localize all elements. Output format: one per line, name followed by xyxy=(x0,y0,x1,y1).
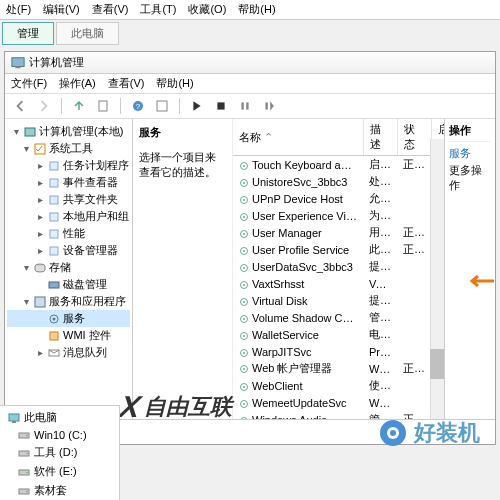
svg-point-46 xyxy=(243,335,245,337)
table-row[interactable]: WalletService电子...手动本 xyxy=(233,326,444,343)
menu-item[interactable]: 处(F) xyxy=(6,2,31,17)
svg-point-40 xyxy=(243,284,245,286)
col-name[interactable]: 名称 ⌃ xyxy=(233,119,363,156)
svg-rect-85 xyxy=(26,491,28,492)
col-desc[interactable]: 描述 xyxy=(363,119,397,156)
svg-point-22 xyxy=(53,317,56,320)
mmc-menubar: 文件(F) 操作(A) 查看(V) 帮助(H) xyxy=(5,74,495,94)
table-row[interactable]: VaxtSrhsstVaxt...手动本 xyxy=(233,275,444,292)
actions-header: 操作 xyxy=(449,123,491,142)
tree-diskmgmt[interactable]: 磁盘管理 xyxy=(7,276,130,293)
tree-systools[interactable]: ▾系统工具 xyxy=(7,140,130,157)
restart-button[interactable] xyxy=(260,97,278,115)
table-row[interactable]: UserDataSvc_3bbc3提供...禁用本 xyxy=(233,258,444,275)
col-status[interactable]: 状态 xyxy=(397,119,431,156)
tree-wmi[interactable]: WMI 控件 xyxy=(7,327,130,344)
table-row[interactable]: WarpJITSvcProv...手动(触发...本 xyxy=(233,343,444,360)
tree-item[interactable]: ▸性能 xyxy=(7,225,130,242)
svg-rect-81 xyxy=(26,453,28,454)
mmc-window: 计算机管理 文件(F) 操作(A) 查看(V) 帮助(H) ? ▾计算机管理(本… xyxy=(4,51,496,445)
drive-item[interactable]: 工具 (D:) xyxy=(0,443,119,462)
svg-rect-19 xyxy=(49,282,59,288)
svg-rect-16 xyxy=(50,230,58,238)
tree-root[interactable]: ▾计算机管理(本地) xyxy=(7,123,130,140)
table-row[interactable]: Volume Shadow Copy管理...手动本 xyxy=(233,309,444,326)
tree-services-apps[interactable]: ▾服务和应用程序 xyxy=(7,293,130,310)
tab-manage[interactable]: 管理 xyxy=(2,22,54,45)
menu-item[interactable]: 帮助(H) xyxy=(238,2,275,17)
table-row[interactable]: User Experience Virtualiz...为应...禁用本 xyxy=(233,207,444,224)
tab-thispc[interactable]: 此电脑 xyxy=(56,22,119,45)
forward-button[interactable] xyxy=(35,97,53,115)
service-list[interactable]: 名称 ⌃ 描述 状态 启动类型 登 Touch Keyboard and Ha.… xyxy=(233,119,444,419)
table-row[interactable]: User Profile Service此服...正在...自动本 xyxy=(233,241,444,258)
table-row[interactable]: WebClient使基...手动(触发...本 xyxy=(233,377,444,394)
tree-item[interactable]: ▸任务计划程序 xyxy=(7,157,130,174)
svg-rect-14 xyxy=(50,196,58,204)
app-menubar: 处(F) 编辑(V) 查看(V) 工具(T) 收藏(O) 帮助(H) xyxy=(0,0,500,20)
back-button[interactable] xyxy=(11,97,29,115)
svg-rect-10 xyxy=(25,128,35,136)
tree-item[interactable]: ▸本地用户和组 xyxy=(7,208,130,225)
tree-pane[interactable]: ▾计算机管理(本地) ▾系统工具 ▸任务计划程序▸事件查看器▸共享文件夹▸本地用… xyxy=(5,119,133,419)
menu-item[interactable]: 操作(A) xyxy=(59,76,96,91)
instruction-text: 选择一个项目来查看它的描述。 xyxy=(139,150,226,180)
svg-rect-0 xyxy=(12,57,24,66)
table-row[interactable]: UPnP Device Host允许...禁用本 xyxy=(233,190,444,207)
svg-rect-13 xyxy=(50,179,58,187)
titlebar: 计算机管理 xyxy=(5,52,495,74)
services-header: 服务 xyxy=(139,125,226,140)
svg-point-34 xyxy=(243,233,245,235)
table-row[interactable]: Virtual Disk提供...手动本 xyxy=(233,292,444,309)
drive-item[interactable]: 软件 (E:) xyxy=(0,462,119,481)
pause-button[interactable] xyxy=(236,97,254,115)
tree-msgqueue[interactable]: ▸消息队列 xyxy=(7,344,130,361)
drive-item[interactable]: 素材套 xyxy=(0,481,119,500)
tree-item[interactable]: ▸事件查看器 xyxy=(7,174,130,191)
tree-item[interactable]: ▸共享文件夹 xyxy=(7,191,130,208)
table-row[interactable]: WemeetUpdateSvcWe...手动本 xyxy=(233,394,444,411)
up-button[interactable] xyxy=(70,97,88,115)
center-pane: 服务 选择一个项目来查看它的描述。 名称 ⌃ 描述 状态 启动类型 登 Touc… xyxy=(133,119,445,419)
svg-point-26 xyxy=(243,165,245,167)
more-actions[interactable]: 更多操作 xyxy=(449,163,491,193)
svg-rect-12 xyxy=(50,162,58,170)
menu-item[interactable]: 查看(V) xyxy=(92,2,129,17)
table-row[interactable]: Windows Audio管理...正在...自动本 xyxy=(233,411,444,419)
svg-rect-1 xyxy=(15,66,20,68)
svg-rect-79 xyxy=(26,435,28,436)
mmc-icon xyxy=(11,56,25,70)
table-row[interactable]: Touch Keyboard and Ha...启用...正在...手动(触发.… xyxy=(233,156,444,174)
table-row[interactable]: UnistoreSvc_3bbc3处理...手动本 xyxy=(233,173,444,190)
menu-item[interactable]: 工具(T) xyxy=(140,2,176,17)
table-row[interactable]: User Manager用户...正在...自动(触发...本 xyxy=(233,224,444,241)
svg-rect-77 xyxy=(12,421,16,423)
svg-point-48 xyxy=(243,352,245,354)
play-button[interactable] xyxy=(188,97,206,115)
properties-button[interactable] xyxy=(94,97,112,115)
table-row[interactable]: Web 帐户管理器Web...正在...手动本 xyxy=(233,360,444,377)
svg-point-32 xyxy=(243,216,245,218)
svg-point-42 xyxy=(243,301,245,303)
menu-item[interactable]: 查看(V) xyxy=(108,76,145,91)
svg-rect-6 xyxy=(217,102,224,109)
svg-point-36 xyxy=(243,250,245,252)
menu-item[interactable]: 收藏(O) xyxy=(188,2,226,17)
stop-button[interactable] xyxy=(212,97,230,115)
menu-item[interactable]: 编辑(V) xyxy=(43,2,80,17)
menu-item[interactable]: 帮助(H) xyxy=(156,76,193,91)
explorer-thispc[interactable]: 此电脑 xyxy=(0,408,119,427)
tree-storage[interactable]: ▾存储 xyxy=(7,259,130,276)
svg-rect-8 xyxy=(246,102,248,109)
svg-point-50 xyxy=(243,368,245,370)
help-button[interactable]: ? xyxy=(129,97,147,115)
tree-item[interactable]: ▸设备管理器 xyxy=(7,242,130,259)
refresh-button[interactable] xyxy=(153,97,171,115)
svg-point-30 xyxy=(243,199,245,201)
menu-item[interactable]: 文件(F) xyxy=(11,76,47,91)
svg-text:?: ? xyxy=(136,102,141,111)
svg-point-52 xyxy=(243,386,245,388)
scrollbar-thumb[interactable] xyxy=(430,349,444,379)
drive-item[interactable]: Win10 (C:) xyxy=(0,427,119,443)
tree-services[interactable]: 服务 xyxy=(7,310,130,327)
